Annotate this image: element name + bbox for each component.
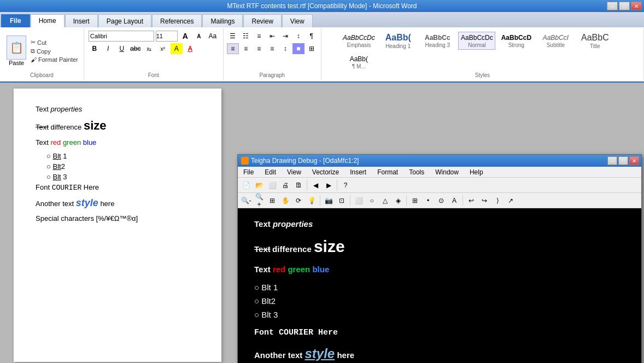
teigha-cone-button[interactable]: △: [379, 195, 391, 207]
teigha-close-button[interactable]: ✕: [629, 156, 639, 165]
teigha-menu-tools[interactable]: Tools: [403, 167, 430, 177]
teigha-menu-file[interactable]: File: [238, 167, 259, 177]
show-marks-button[interactable]: ¶: [306, 31, 318, 42]
teigha-print-preview-button[interactable]: 🖺: [292, 179, 305, 191]
style-subtitle[interactable]: AaBbCcI Subtitle: [537, 32, 574, 50]
numbering-button[interactable]: ☷: [240, 31, 252, 42]
maximize-button[interactable]: □: [619, 2, 630, 10]
tab-mailings[interactable]: Mailings: [202, 14, 243, 27]
teigha-measure-button[interactable]: ⊙: [435, 195, 447, 207]
teigha-undo-button[interactable]: ↩: [465, 195, 477, 207]
change-case-button[interactable]: Aa: [207, 31, 219, 42]
style-strong-label: Strong: [508, 42, 524, 48]
tab-insert[interactable]: Insert: [65, 14, 98, 27]
teigha-snapshot-button[interactable]: ⊡: [336, 195, 348, 207]
strikethrough-button[interactable]: abc: [130, 43, 142, 54]
borders-button[interactable]: ⊞: [306, 43, 318, 54]
increase-indent-button[interactable]: ⇥: [279, 31, 291, 42]
subscript-button[interactable]: x₂: [143, 43, 155, 54]
teigha-help-button[interactable]: ?: [339, 179, 352, 191]
tab-file[interactable]: File: [1, 14, 30, 27]
style-title[interactable]: AaBbC Title: [576, 31, 613, 51]
teigha-light-button[interactable]: 💡: [306, 195, 318, 207]
teigha-menu-help[interactable]: Help: [464, 167, 489, 177]
font-size-input[interactable]: [156, 31, 178, 42]
teigha-menu-view[interactable]: View: [282, 167, 307, 177]
font-format-row: B I U abc x₂ x² A A: [89, 43, 219, 54]
tab-home[interactable]: Home: [31, 14, 65, 27]
align-right-button[interactable]: ≡: [253, 43, 265, 54]
word-page[interactable]: Text properties Text difference size Tex…: [14, 89, 221, 362]
line-spacing-button[interactable]: ↕: [279, 43, 291, 54]
italic-button[interactable]: I: [102, 43, 114, 54]
justify-button[interactable]: ≡: [266, 43, 278, 54]
teigha-camera-button[interactable]: 📷: [323, 195, 335, 207]
teigha-zoom-out-button[interactable]: 🔍-: [240, 195, 252, 207]
shading-button[interactable]: ■: [292, 43, 305, 54]
teigha-pan-button[interactable]: ✋: [279, 195, 291, 207]
teigha-print-button[interactable]: 🖨: [279, 179, 291, 191]
teigha-new-button[interactable]: 📄: [240, 179, 252, 191]
teigha-minimize-button[interactable]: –: [607, 156, 617, 165]
teigha-text-button[interactable]: A: [448, 195, 460, 207]
canvas-bullet-3: Blt 3: [254, 310, 625, 319]
teigha-open-button[interactable]: 📂: [253, 179, 265, 191]
teigha-point-button[interactable]: •: [422, 195, 434, 207]
style-more[interactable]: AaBb( ¶ M...: [340, 53, 377, 71]
teigha-grid-button[interactable]: ⊞: [409, 195, 421, 207]
teigha-more1-button[interactable]: ⟩: [491, 195, 504, 207]
teigha-render-button[interactable]: ◈: [392, 195, 404, 207]
style-strong[interactable]: AaBbCcD Strong: [497, 32, 535, 50]
paste-button[interactable]: 📋 Paste: [4, 34, 28, 67]
paste-label: Paste: [9, 60, 24, 66]
align-center-button[interactable]: ≡: [240, 43, 252, 54]
highlight-button[interactable]: A: [171, 43, 183, 54]
sort-button[interactable]: ↕: [292, 31, 305, 42]
style-heading1[interactable]: AaBb( Heading 1: [379, 31, 417, 51]
grow-font-button[interactable]: A: [179, 31, 191, 42]
style-strong-preview: AaBbCcD: [499, 33, 534, 42]
decrease-indent-button[interactable]: ⇤: [266, 31, 278, 42]
multi-list-button[interactable]: ≡: [253, 31, 265, 42]
teigha-orbit-button[interactable]: ⟳: [292, 195, 305, 207]
teigha-maximize-button[interactable]: □: [618, 156, 628, 165]
underline-button[interactable]: U: [116, 43, 128, 54]
minimize-button[interactable]: –: [607, 2, 618, 10]
shrink-font-button[interactable]: A: [193, 31, 205, 42]
canvas-text-props-line: Text properties: [254, 219, 625, 229]
superscript-button[interactable]: x²: [157, 43, 169, 54]
copy-button[interactable]: ⧉ Copy: [30, 47, 79, 55]
tab-references[interactable]: References: [152, 14, 202, 27]
teigha-menu-insert[interactable]: Insert: [344, 167, 372, 177]
teigha-menu-vectorize[interactable]: Vectorize: [307, 167, 344, 177]
teigha-sphere-button[interactable]: ○: [366, 195, 378, 207]
teigha-zoom-extents-button[interactable]: ⊞: [266, 195, 278, 207]
font-name-input[interactable]: [89, 31, 154, 42]
teigha-menu-format[interactable]: Format: [372, 167, 403, 177]
tab-review[interactable]: Review: [243, 14, 281, 27]
teigha-back-button[interactable]: ◀: [309, 179, 321, 191]
teigha-more2-button[interactable]: ↗: [505, 195, 517, 207]
teigha-insert-button[interactable]: ⬜: [266, 179, 278, 191]
style-emphasis[interactable]: AaBbCcDc Emphasis: [340, 32, 377, 50]
close-button[interactable]: ✕: [631, 2, 642, 10]
tab-page-layout[interactable]: Page Layout: [98, 14, 151, 27]
teigha-forward-button[interactable]: ▶: [323, 179, 335, 191]
teigha-redo-button[interactable]: ↪: [478, 195, 490, 207]
teigha-zoom-in-button[interactable]: 🔍+: [253, 195, 265, 207]
style-heading3[interactable]: AaBbCc Heading 3: [419, 32, 456, 50]
teigha-menu-edit[interactable]: Edit: [259, 167, 282, 177]
teigha-toolbar2-sep-4: [462, 195, 463, 206]
format-painter-button[interactable]: 🖌 Format Painter: [30, 56, 79, 63]
align-left-button[interactable]: ≡: [227, 43, 239, 54]
font-color-button[interactable]: A: [184, 43, 196, 54]
style-normal[interactable]: AaBbCcDc Normal: [458, 32, 495, 50]
cut-button[interactable]: ✂ Cut: [30, 38, 79, 46]
canvas-colored-line: Text red green blue: [254, 265, 625, 274]
teigha-menu-window[interactable]: Window: [430, 167, 464, 177]
teigha-cube-button[interactable]: ⬜: [353, 195, 365, 207]
bullets-button[interactable]: ☰: [227, 31, 239, 42]
canvas-green-text: green: [288, 265, 310, 274]
bold-button[interactable]: B: [89, 43, 101, 54]
tab-view[interactable]: View: [282, 14, 313, 27]
